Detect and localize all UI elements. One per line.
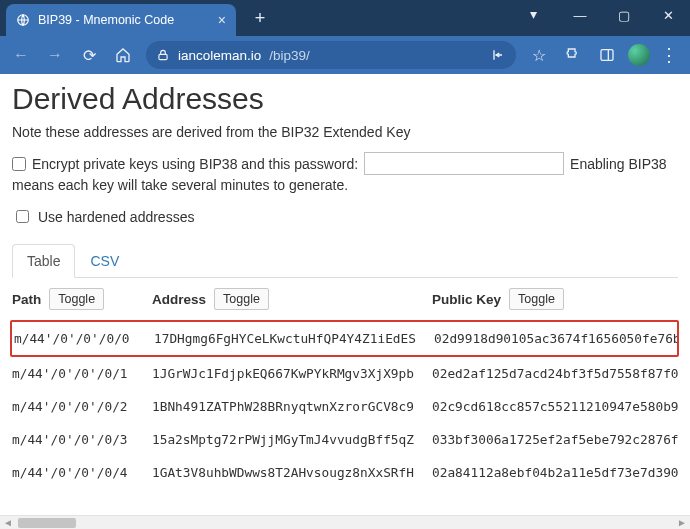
bip38-suffix: Enabling BIP38 — [570, 156, 667, 172]
new-tab-button[interactable]: + — [248, 8, 272, 29]
cell-path: m/44'/0'/0'/0/0 — [14, 331, 154, 346]
output-tabs: Table CSV — [12, 244, 678, 278]
col-pubkey-label: Public Key — [432, 292, 501, 307]
cell-pubkey: 02a84112a8ebf04b2a11e5df73e7d3902 — [432, 465, 678, 480]
address-rows: m/44'/0'/0'/0/017DHgmg6FgHYCeLKwctuHfQP4… — [12, 320, 678, 489]
home-icon — [115, 47, 131, 63]
hardened-option-row: Use hardened addresses — [12, 207, 678, 226]
horizontal-scrollbar[interactable]: ◄ ► — [0, 515, 690, 529]
browser-tab[interactable]: BIP39 - Mnemonic Code × — [6, 4, 236, 36]
side-panel-button[interactable] — [592, 40, 622, 70]
home-button[interactable] — [108, 40, 138, 70]
page-content: Derived Addresses Note these addresses a… — [0, 74, 690, 515]
cell-path: m/44'/0'/0'/0/4 — [12, 465, 152, 480]
bip38-option-row: Encrypt private keys using BIP38 and thi… — [12, 152, 678, 175]
close-window-button[interactable]: ✕ — [646, 0, 690, 30]
table-row[interactable]: m/44'/0'/0'/0/11JGrWJc1FdjpkEQ667KwPYkRM… — [12, 357, 678, 390]
maximize-button[interactable]: ▢ — [602, 0, 646, 30]
window-controls: ― ▢ ✕ — [558, 0, 690, 30]
chrome-menu-button[interactable]: ⋮ — [654, 44, 684, 66]
extensions-button[interactable] — [558, 40, 588, 70]
scroll-thumb[interactable] — [18, 518, 76, 528]
tab-overflow-icon[interactable]: ▾ — [530, 6, 537, 22]
tab-favicon — [16, 13, 30, 27]
share-icon[interactable] — [490, 47, 506, 63]
table-row[interactable]: m/44'/0'/0'/0/017DHgmg6FgHYCeLKwctuHfQP4… — [10, 320, 679, 357]
col-address-label: Address — [152, 292, 206, 307]
svg-rect-1 — [159, 54, 167, 59]
cell-pubkey: 02c9cd618cc857c55211210947e580b98 — [432, 399, 678, 414]
bip38-checkbox[interactable] — [12, 157, 26, 171]
cell-address: 15a2sMptg72rPWjjMGyTmJ4vvudgBff5qZ — [152, 432, 432, 447]
cell-pubkey: 02d9918d90105ac3674f1656050fe76be — [434, 331, 677, 346]
table-row[interactable]: m/44'/0'/0'/0/315a2sMptg72rPWjjMGyTmJ4vv… — [12, 423, 678, 456]
hardened-checkbox[interactable] — [16, 210, 29, 223]
cell-path: m/44'/0'/0'/0/2 — [12, 399, 152, 414]
url-path: /bip39/ — [269, 48, 310, 63]
tab-table[interactable]: Table — [12, 244, 75, 278]
minimize-button[interactable]: ― — [558, 0, 602, 30]
url-host: iancoleman.io — [178, 48, 261, 63]
browser-toolbar: ← → ⟳ iancoleman.io/bip39/ ☆ ⋮ — [0, 36, 690, 74]
table-row[interactable]: m/44'/0'/0'/0/41GAt3V8uhbWDwws8T2AHvsoug… — [12, 456, 678, 489]
toggle-path-button[interactable]: Toggle — [49, 288, 104, 310]
back-button[interactable]: ← — [6, 40, 36, 70]
lock-icon — [156, 48, 170, 62]
bip38-subnote: means each key will take several minutes… — [12, 177, 678, 193]
window-titlebar: BIP39 - Mnemonic Code × + ▾ ― ▢ ✕ — [0, 0, 690, 36]
derivation-note: Note these addresses are derived from th… — [12, 124, 678, 140]
forward-button[interactable]: → — [40, 40, 70, 70]
cell-pubkey: 02ed2af125d7acd24bf3f5d7558f87f0c — [432, 366, 678, 381]
scroll-left-arrow[interactable]: ◄ — [0, 517, 16, 528]
bookmark-button[interactable]: ☆ — [524, 40, 554, 70]
close-tab-icon[interactable]: × — [218, 12, 226, 28]
toggle-pubkey-button[interactable]: Toggle — [509, 288, 564, 310]
col-path-label: Path — [12, 292, 41, 307]
profile-avatar[interactable] — [628, 44, 650, 66]
cell-address: 17DHgmg6FgHYCeLKwctuHfQP4Y4Z1iEdES — [154, 331, 434, 346]
reload-button[interactable]: ⟳ — [74, 40, 104, 70]
tab-csv[interactable]: CSV — [75, 244, 134, 278]
page-title: Derived Addresses — [12, 82, 678, 116]
panel-icon — [599, 47, 615, 63]
cell-address: 1JGrWJc1FdjpkEQ667KwPYkRMgv3XjX9pb — [152, 366, 432, 381]
scroll-right-arrow[interactable]: ► — [674, 517, 690, 528]
address-bar[interactable]: iancoleman.io/bip39/ — [146, 41, 516, 69]
cell-address: 1BNh491ZATPhW28BRnyqtwnXzrorGCV8c9 — [152, 399, 432, 414]
cell-address: 1GAt3V8uhbWDwws8T2AHvsougz8nXxSRfH — [152, 465, 432, 480]
table-row[interactable]: m/44'/0'/0'/0/21BNh491ZATPhW28BRnyqtwnXz… — [12, 390, 678, 423]
cell-path: m/44'/0'/0'/0/3 — [12, 432, 152, 447]
toggle-address-button[interactable]: Toggle — [214, 288, 269, 310]
cell-path: m/44'/0'/0'/0/1 — [12, 366, 152, 381]
puzzle-icon — [565, 47, 581, 63]
hardened-label: Use hardened addresses — [38, 209, 194, 225]
svg-rect-2 — [601, 50, 613, 61]
table-header: Path Toggle Address Toggle Public Key To… — [12, 278, 678, 320]
cell-pubkey: 033bf3006a1725ef2af5ebe792c2876f3 — [432, 432, 678, 447]
bip38-password-input[interactable] — [364, 152, 564, 175]
bip38-label: Encrypt private keys using BIP38 and thi… — [32, 156, 358, 172]
tab-title: BIP39 - Mnemonic Code — [38, 13, 174, 27]
